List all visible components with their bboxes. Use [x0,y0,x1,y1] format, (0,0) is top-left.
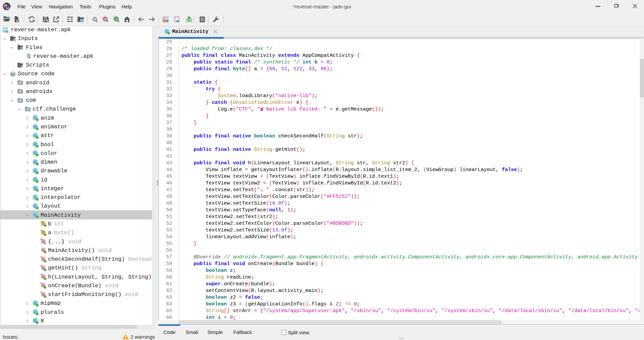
svg-text:c: c [34,134,36,138]
svg-text:c: c [34,142,36,146]
svg-text:c: c [34,204,36,208]
svg-text:c: c [34,195,36,199]
svg-text:c: c [166,30,168,34]
svg-text:c: c [34,116,36,120]
svg-text:c: c [34,301,36,305]
svg-text:c: c [34,310,36,314]
svg-text:c: c [34,213,36,217]
svg-text:m: m [42,240,45,244]
svg-text:c: c [34,186,36,190]
svg-text:c: c [34,160,36,164]
svg-text:c: c [34,169,36,173]
svg-text:c: c [34,319,36,323]
svg-text:c: c [34,125,36,129]
svg-text:c: c [34,178,36,182]
svg-text:c: c [34,151,36,155]
